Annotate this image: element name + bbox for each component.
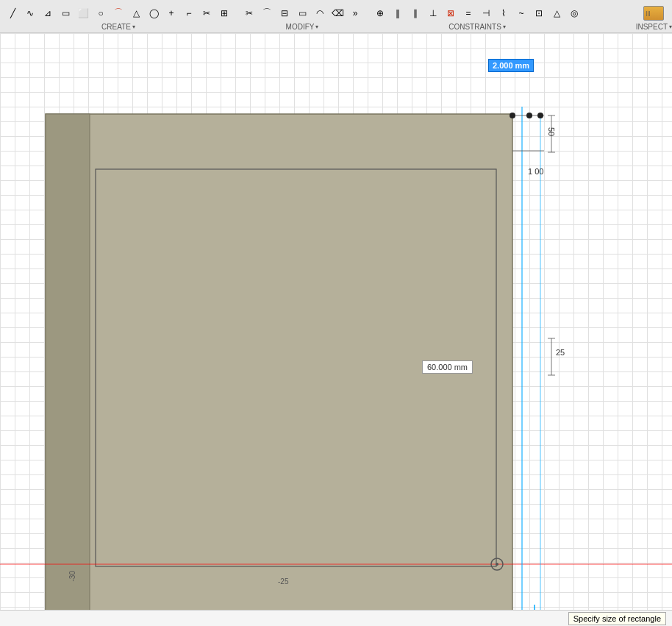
create-group: ╱ ∿ ⊿ ▭ ⬜ ○ ⌒ △ ◯ + ⌐ ✂ ⊞ CREATE [0, 0, 237, 32]
symmetric-icon[interactable]: ⊡ [531, 5, 547, 21]
arc-mod-icon[interactable]: ◠ [312, 5, 328, 21]
tangent-icon[interactable]: ⌇ [496, 5, 512, 21]
dim-25-right-label: 25 [556, 348, 565, 357]
equal-icon[interactable]: = [460, 5, 476, 21]
dim-50-label: 50 [547, 127, 556, 136]
statusbar: Specify size of rectangle [0, 610, 672, 626]
trim-icon[interactable]: ✂ [199, 5, 215, 21]
canvas-area[interactable]: 2.000 mm 60.000 mm 50 25 1 00 -30 -25 Sp… [0, 33, 672, 626]
create-label[interactable]: CREATE [101, 23, 135, 32]
line-icon[interactable]: ╱ [4, 5, 21, 21]
polygon-icon[interactable]: △ [128, 5, 144, 21]
circle-icon[interactable]: ○ [93, 5, 109, 21]
constraints-label[interactable]: CONSTRAINTS [448, 23, 506, 32]
toolbar: ╱ ∿ ⊿ ▭ ⬜ ○ ⌒ △ ◯ + ⌐ ✂ ⊞ CREATE ✂ ⌒ ⊟ ▭… [0, 0, 672, 33]
arc-icon[interactable]: ⌒ [110, 5, 126, 21]
rect-mod-icon[interactable]: ▭ [294, 5, 310, 21]
offset-icon[interactable]: ⊞ [216, 5, 232, 21]
dim-25-bottom: -25 [278, 577, 288, 586]
inspect-group: INSPECT [636, 0, 672, 32]
coincident-icon[interactable]: ⊕ [372, 5, 388, 21]
split-icon[interactable]: ⊟ [276, 5, 293, 21]
slot-icon[interactable]: ⬜ [75, 5, 91, 21]
horizontal-icon[interactable]: ⊣ [478, 5, 494, 21]
dim-100-label: 1 00 [528, 167, 543, 176]
modify-group: ✂ ⌒ ⊟ ▭ ◠ ⌫ » MODIFY [237, 0, 368, 32]
point-icon[interactable]: + [163, 5, 179, 21]
modify-label[interactable]: MODIFY [286, 23, 319, 32]
mirror-icon[interactable]: ⊿ [40, 5, 56, 21]
status-hint: Specify size of rectangle [568, 612, 666, 625]
dim-30-bottom: -30 [68, 571, 76, 581]
midpoint-icon[interactable]: △ [548, 5, 565, 21]
chevron-icon[interactable]: » [347, 5, 363, 21]
fillet-icon[interactable]: ⌐ [181, 5, 197, 21]
break-icon[interactable]: ⌫ [329, 5, 346, 21]
smooth-icon[interactable]: ~ [513, 5, 529, 21]
scissors-icon[interactable]: ✂ [241, 5, 257, 21]
curve-mod-icon[interactable]: ⌒ [259, 5, 275, 21]
fix-icon[interactable]: ⊠ [443, 5, 459, 21]
parallel-icon[interactable]: ∥ [407, 5, 423, 21]
ruler-icon[interactable] [643, 6, 664, 21]
ellipse-icon[interactable]: ◯ [146, 5, 162, 21]
collinear-icon[interactable]: ‖ [390, 5, 406, 21]
rectangle-icon[interactable]: ▭ [57, 5, 74, 21]
concentric-icon[interactable]: ◎ [566, 5, 582, 21]
perpendicular-icon[interactable]: ⊥ [425, 5, 441, 21]
inspect-label[interactable]: INSPECT [636, 23, 672, 32]
dimension-input[interactable]: 2.000 mm [488, 59, 534, 72]
constraints-group: ⊕ ‖ ∥ ⊥ ⊠ = ⊣ ⌇ ~ ⊡ △ ◎ CONSTRAINTS [368, 0, 587, 32]
grid [0, 33, 672, 626]
spline-icon[interactable]: ∿ [22, 5, 38, 21]
dim-60mm-tooltip: 60.000 mm [422, 360, 473, 374]
